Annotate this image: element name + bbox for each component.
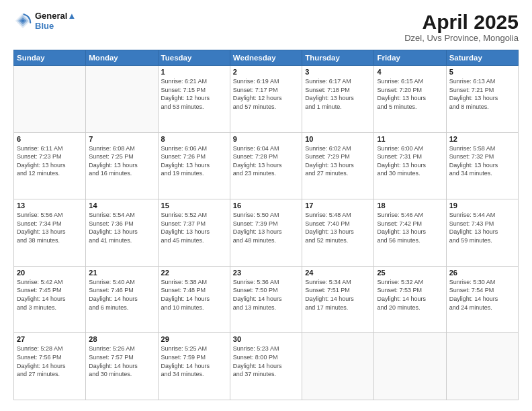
day-number: 2 (233, 68, 299, 76)
day-number: 24 (305, 269, 371, 277)
day-info: Sunrise: 5:42 AMSunset: 7:45 PMDaylight:… (17, 278, 83, 312)
calendar-cell-1-2: 8Sunrise: 6:06 AMSunset: 7:26 PMDaylight… (158, 132, 230, 199)
calendar-cell-1-4: 10Sunrise: 6:02 AMSunset: 7:29 PMDayligh… (302, 132, 374, 199)
day-info: Sunrise: 6:02 AMSunset: 7:29 PMDaylight:… (305, 144, 371, 178)
day-number: 11 (377, 135, 443, 143)
col-tuesday: Tuesday (158, 50, 230, 66)
day-info: Sunrise: 5:26 AMSunset: 7:57 PMDaylight:… (89, 345, 154, 378)
calendar-cell-3-1: 21Sunrise: 5:40 AMSunset: 7:46 PMDayligh… (86, 266, 158, 333)
main-title: April 2025 (404, 11, 519, 33)
calendar-cell-4-3: 30Sunrise: 5:23 AMSunset: 8:00 PMDayligh… (230, 333, 302, 400)
day-info: Sunrise: 5:38 AMSunset: 7:48 PMDaylight:… (161, 278, 227, 312)
day-number: 10 (305, 135, 371, 143)
day-info: Sunrise: 6:21 AMSunset: 7:15 PMDaylight:… (161, 77, 227, 111)
day-info: Sunrise: 5:30 AMSunset: 7:54 PMDaylight:… (449, 278, 515, 312)
calendar-cell-4-5 (374, 333, 446, 400)
calendar-cell-1-3: 9Sunrise: 6:04 AMSunset: 7:28 PMDaylight… (230, 132, 302, 199)
sub-title: Dzel, Uvs Province, Mongolia (404, 33, 519, 43)
day-info: Sunrise: 6:19 AMSunset: 7:17 PMDaylight:… (233, 77, 299, 111)
day-number: 19 (449, 201, 515, 210)
day-info: Sunrise: 5:54 AMSunset: 7:36 PMDaylight:… (89, 211, 154, 244)
day-number: 12 (449, 135, 515, 143)
day-number: 13 (17, 201, 83, 210)
day-number: 5 (449, 68, 515, 76)
day-info: Sunrise: 5:46 AMSunset: 7:42 PMDaylight:… (377, 211, 443, 244)
col-wednesday: Wednesday (230, 50, 302, 66)
day-number: 28 (89, 335, 154, 343)
day-number: 21 (89, 269, 154, 277)
col-saturday: Saturday (446, 50, 518, 66)
calendar-cell-0-2: 1Sunrise: 6:21 AMSunset: 7:15 PMDaylight… (158, 66, 230, 133)
calendar-cell-1-0: 6Sunrise: 6:11 AMSunset: 7:23 PMDaylight… (14, 132, 86, 199)
day-info: Sunrise: 6:13 AMSunset: 7:21 PMDaylight:… (449, 77, 515, 111)
col-monday: Monday (86, 50, 158, 66)
logo-text: General▲ Blue (35, 11, 76, 31)
day-number: 25 (377, 269, 443, 277)
calendar-cell-1-6: 12Sunrise: 5:58 AMSunset: 7:32 PMDayligh… (446, 132, 518, 199)
week-row-2: 6Sunrise: 6:11 AMSunset: 7:23 PMDaylight… (14, 132, 519, 199)
day-info: Sunrise: 6:04 AMSunset: 7:28 PMDaylight:… (233, 144, 299, 178)
day-number: 4 (377, 68, 443, 76)
day-number: 23 (233, 269, 299, 277)
calendar-cell-1-1: 7Sunrise: 6:08 AMSunset: 7:25 PMDaylight… (86, 132, 158, 199)
day-number: 6 (17, 135, 83, 143)
day-number: 26 (449, 269, 515, 277)
calendar-cell-3-3: 23Sunrise: 5:36 AMSunset: 7:50 PMDayligh… (230, 266, 302, 333)
day-info: Sunrise: 5:25 AMSunset: 7:59 PMDaylight:… (161, 345, 227, 378)
col-friday: Friday (374, 50, 446, 66)
header: General▲ Blue April 2025 Dzel, Uvs Provi… (13, 11, 519, 43)
calendar-cell-3-5: 25Sunrise: 5:32 AMSunset: 7:53 PMDayligh… (374, 266, 446, 333)
calendar-cell-4-1: 28Sunrise: 5:26 AMSunset: 7:57 PMDayligh… (86, 333, 158, 400)
day-number: 22 (161, 269, 227, 277)
calendar-cell-2-5: 18Sunrise: 5:46 AMSunset: 7:42 PMDayligh… (374, 199, 446, 267)
day-number: 1 (161, 68, 227, 76)
week-row-1: 1Sunrise: 6:21 AMSunset: 7:15 PMDaylight… (14, 66, 519, 133)
day-info: Sunrise: 5:36 AMSunset: 7:50 PMDaylight:… (233, 278, 299, 312)
day-info: Sunrise: 5:44 AMSunset: 7:43 PMDaylight:… (449, 211, 515, 244)
calendar-cell-2-1: 14Sunrise: 5:54 AMSunset: 7:36 PMDayligh… (86, 199, 158, 267)
day-info: Sunrise: 5:32 AMSunset: 7:53 PMDaylight:… (377, 278, 443, 312)
day-info: Sunrise: 5:52 AMSunset: 7:37 PMDaylight:… (161, 211, 227, 244)
calendar-cell-2-4: 17Sunrise: 5:48 AMSunset: 7:40 PMDayligh… (302, 199, 374, 267)
day-number: 27 (17, 335, 83, 343)
day-number: 3 (305, 68, 371, 76)
day-info: Sunrise: 5:23 AMSunset: 8:00 PMDaylight:… (233, 345, 299, 378)
day-info: Sunrise: 5:40 AMSunset: 7:46 PMDaylight:… (89, 278, 154, 312)
calendar-cell-2-0: 13Sunrise: 5:56 AMSunset: 7:34 PMDayligh… (14, 199, 86, 267)
title-block: April 2025 Dzel, Uvs Province, Mongolia (404, 11, 519, 43)
calendar-cell-4-0: 27Sunrise: 5:28 AMSunset: 7:56 PMDayligh… (14, 333, 86, 400)
calendar-cell-2-2: 15Sunrise: 5:52 AMSunset: 7:37 PMDayligh… (158, 199, 230, 267)
day-info: Sunrise: 5:34 AMSunset: 7:51 PMDaylight:… (305, 278, 371, 312)
logo: General▲ Blue (13, 11, 76, 31)
calendar-cell-0-5: 4Sunrise: 6:15 AMSunset: 7:20 PMDaylight… (374, 66, 446, 133)
day-number: 20 (17, 269, 83, 277)
day-info: Sunrise: 6:15 AMSunset: 7:20 PMDaylight:… (377, 77, 443, 111)
calendar-table: Sunday Monday Tuesday Wednesday Thursday… (13, 50, 519, 400)
calendar-cell-4-4 (302, 333, 374, 400)
calendar-cell-3-0: 20Sunrise: 5:42 AMSunset: 7:45 PMDayligh… (14, 266, 86, 333)
calendar-cell-3-2: 22Sunrise: 5:38 AMSunset: 7:48 PMDayligh… (158, 266, 230, 333)
day-number: 30 (233, 335, 299, 343)
day-number: 7 (89, 135, 154, 143)
calendar-cell-0-4: 3Sunrise: 6:17 AMSunset: 7:18 PMDaylight… (302, 66, 374, 133)
calendar-cell-0-6: 5Sunrise: 6:13 AMSunset: 7:21 PMDaylight… (446, 66, 518, 133)
calendar-cell-2-6: 19Sunrise: 5:44 AMSunset: 7:43 PMDayligh… (446, 199, 518, 267)
week-row-4: 20Sunrise: 5:42 AMSunset: 7:45 PMDayligh… (14, 266, 519, 333)
day-info: Sunrise: 5:28 AMSunset: 7:56 PMDaylight:… (17, 345, 83, 378)
calendar-cell-3-6: 26Sunrise: 5:30 AMSunset: 7:54 PMDayligh… (446, 266, 518, 333)
day-number: 15 (161, 201, 227, 210)
day-number: 8 (161, 135, 227, 143)
day-number: 9 (233, 135, 299, 143)
day-number: 14 (89, 201, 154, 210)
day-info: Sunrise: 5:50 AMSunset: 7:39 PMDaylight:… (233, 211, 299, 244)
calendar-cell-0-3: 2Sunrise: 6:19 AMSunset: 7:17 PMDaylight… (230, 66, 302, 133)
day-number: 29 (161, 335, 227, 343)
logo-icon (13, 11, 32, 30)
week-row-3: 13Sunrise: 5:56 AMSunset: 7:34 PMDayligh… (14, 199, 519, 267)
calendar-cell-1-5: 11Sunrise: 6:00 AMSunset: 7:31 PMDayligh… (374, 132, 446, 199)
day-info: Sunrise: 6:11 AMSunset: 7:23 PMDaylight:… (17, 144, 83, 178)
day-info: Sunrise: 6:00 AMSunset: 7:31 PMDaylight:… (377, 144, 443, 178)
day-info: Sunrise: 6:06 AMSunset: 7:26 PMDaylight:… (161, 144, 227, 178)
calendar-cell-4-2: 29Sunrise: 5:25 AMSunset: 7:59 PMDayligh… (158, 333, 230, 400)
day-info: Sunrise: 5:48 AMSunset: 7:40 PMDaylight:… (305, 211, 371, 244)
